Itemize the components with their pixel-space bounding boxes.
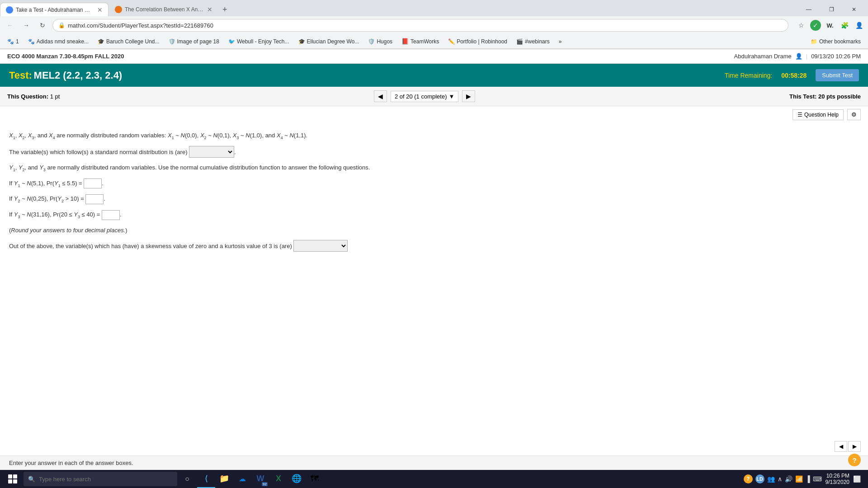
bookmark-teamworks-icon: 📕 (401, 38, 409, 45)
forward-button[interactable]: → (20, 19, 33, 32)
next-question-button[interactable]: ▶ (462, 90, 475, 102)
taskbar-clock[interactable]: 10:26 PM 9/13/2020 (826, 473, 849, 485)
bookmark-ellucian[interactable]: 🎓 Ellucian Degree Wo... (295, 38, 363, 46)
time-remaining-label: Time Remaining: (725, 72, 772, 79)
tab1-title: Take a Test - Abdulrahaman Dra... (16, 7, 94, 13)
excel-icon: X (276, 474, 281, 483)
bookmark-adidas[interactable]: 🐾 Adidas nmd sneake... (24, 38, 92, 46)
taskbar-excel-icon[interactable]: X (269, 470, 288, 488)
taskbar-fileexplorer-icon[interactable]: 📁 (215, 470, 233, 488)
bookmark-teamworks-label: TeamWorks (410, 38, 439, 45)
tab-active[interactable]: Take a Test - Abdulrahaman Dra... ✕ (0, 3, 108, 16)
chevron-up-icon[interactable]: ∧ (778, 475, 782, 483)
taskbar-chrome-icon[interactable]: 🌐 (288, 470, 306, 488)
bookmark-star-icon[interactable]: ☆ (796, 20, 807, 31)
bookmark-more[interactable]: » (555, 38, 566, 46)
taskbar-onedrive-icon[interactable]: ☁ (233, 470, 251, 488)
bookmark-webull[interactable]: 🐦 Webull - Enjoy Tech... (225, 38, 293, 46)
task-view-icon: ○ (185, 475, 189, 483)
date-time: 09/13/20 10:26 PM (811, 53, 861, 60)
taskbar-search-bar[interactable]: 🔍 (24, 472, 177, 486)
tab1-close[interactable]: ✕ (97, 6, 103, 14)
round-note: (Round your answers to four decimal plac… (9, 225, 859, 235)
bookmark-webinars-icon: 🎬 (516, 38, 523, 45)
help-icon[interactable]: ? (848, 454, 861, 466)
bookmark-baruch[interactable]: 🎓 Baruch College Und... (94, 38, 163, 46)
people-icon[interactable]: 👥 (767, 475, 775, 483)
taskbar-help-icon[interactable]: ? (744, 474, 753, 483)
cloud-icon: ☁ (239, 474, 246, 483)
minimize-button[interactable]: — (798, 3, 819, 16)
standard-normal-dropdown[interactable]: X₁ X₂ X₃ X₄ (189, 146, 234, 158)
test-name: MEL2 (2.2, 2.3, 2.4) (34, 70, 123, 81)
y3-answer-input[interactable] (102, 210, 120, 220)
extension-icon-1[interactable]: ✓ (810, 20, 821, 31)
taskbar-search-input[interactable] (39, 476, 173, 483)
test-pts: This Test: 20 pts possible (789, 93, 861, 100)
bookmark-portfolio[interactable]: ✏️ Portfolio | Robinhood (444, 38, 511, 46)
bookmark-teamworks[interactable]: 📕 TeamWorks (398, 37, 443, 46)
keyboard-icon[interactable]: ⌨ (813, 475, 822, 483)
question-line4: If Y1 ~ N(5,1), Pr(Y1 ≤ 5.5) = . (9, 178, 859, 189)
bookmark-portfolio-label: Portfolio | Robinhood (457, 38, 507, 45)
question-line5: If Y2 ~ N(0,25), Pr(Y2 > 10) = . (9, 193, 859, 205)
bookmark-1[interactable]: 🐾 1 (4, 38, 23, 46)
bookmark-webull-label: Webull - Enjoy Tech... (237, 38, 289, 45)
bookmark-webinars[interactable]: 🎬 #webinars (513, 38, 553, 46)
search-icon: 🔍 (28, 476, 35, 483)
back-button[interactable]: ← (4, 19, 16, 32)
question-help-button[interactable]: ☰ Question Help (793, 109, 844, 120)
bookmarks-bar: 🐾 1 🐾 Adidas nmd sneake... 🎓 Baruch Coll… (0, 34, 868, 49)
user-icon: 👤 (795, 53, 802, 60)
page-indicator[interactable]: 2 of 20 (1 complete) ▼ (391, 91, 459, 102)
bookmark-other[interactable]: 📁 Other bookmarks (807, 38, 864, 46)
url-bar[interactable]: 🔒 mathxl.com/Student/PlayerTest.aspx?tes… (52, 19, 788, 32)
submit-test-button[interactable]: Submit Test (816, 69, 859, 81)
task-view-button[interactable]: ○ (179, 470, 195, 488)
skewness-kurtosis-dropdown[interactable]: Y₁ Y₂ Y₃ (293, 240, 348, 252)
bookmark-image-label: Image of page 18 (177, 38, 219, 45)
taskbar-edge-icon[interactable]: ⟨ (197, 470, 215, 488)
bookmark-1-icon: 🐾 (7, 38, 14, 45)
question-line3: Y1, Y2, and Y3 are normally distributed … (9, 162, 859, 174)
new-tab-button[interactable]: + (219, 5, 231, 14)
bookmark-other-label: Other bookmarks (819, 38, 861, 45)
maximize-button[interactable]: ❐ (821, 3, 842, 16)
taskbar-user-icon[interactable]: LD (755, 474, 764, 483)
bookmark-image-icon: 🛡️ (169, 38, 175, 45)
taskbar: 🔍 ○ ⟨ 📁 ☁ W 92 X 🌐 🗺 ? LD (0, 470, 868, 488)
question-toolbar: ☰ Question Help ⚙ (0, 106, 868, 123)
y1-answer-input[interactable] (84, 178, 102, 188)
settings-button[interactable]: ⚙ (847, 109, 861, 120)
bookmark-hugos[interactable]: 🛡️ Hugos (364, 38, 396, 46)
page-dropdown-icon: ▼ (449, 93, 455, 100)
wifi-icon[interactable]: 📶 (795, 475, 803, 483)
bookmark-adidas-icon: 🐾 (28, 38, 35, 45)
close-button[interactable]: ✕ (844, 3, 864, 16)
tab-inactive[interactable]: The Correlation Between X And ... ✕ (109, 3, 218, 16)
refresh-button[interactable]: ↻ (36, 19, 49, 32)
user-name: Abdulrahaman Drame (734, 53, 792, 60)
extension-icon-w[interactable]: W. (825, 20, 835, 31)
extensions-icon[interactable]: 🧩 (839, 20, 850, 31)
taskbar-maps-icon[interactable]: 🗺 (306, 470, 324, 488)
bookmark-ellucian-icon: 🎓 (298, 38, 305, 45)
taskbar-word-icon[interactable]: W 92 (251, 470, 269, 488)
bookmark-image[interactable]: 🛡️ Image of page 18 (165, 38, 223, 46)
prev-question-button[interactable]: ◀ (374, 90, 387, 102)
folder-icon: 📁 (219, 474, 229, 483)
scroll-right-button[interactable]: ▶ (848, 441, 861, 452)
start-button[interactable] (4, 470, 22, 488)
y2-answer-input[interactable] (85, 194, 104, 204)
scroll-left-button[interactable]: ◀ (835, 441, 847, 452)
tab2-close[interactable]: ✕ (207, 6, 212, 13)
page-header: ECO 4000 Manzan 7.30-8.45pm FALL 2020 Ab… (0, 49, 868, 64)
question-content: X1, X2, X3, and X4 are normally distribu… (0, 123, 868, 263)
volume-icon[interactable]: 🔊 (785, 475, 793, 483)
taskbar-date-value: 9/13/2020 (826, 479, 849, 485)
show-desktop-button[interactable]: ⬜ (853, 475, 861, 483)
bookmark-adidas-label: Adidas nmd sneake... (37, 38, 89, 45)
time-remaining-value: 00:58:28 (781, 72, 807, 79)
profile-icon[interactable]: 👤 (854, 20, 864, 31)
page-nav-arrows: ◀ ▶ (835, 441, 861, 452)
